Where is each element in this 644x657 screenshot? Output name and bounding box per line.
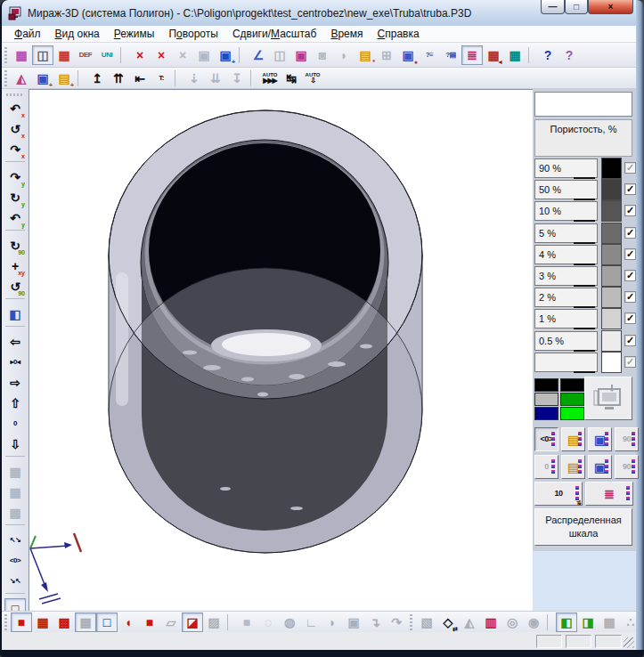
- open-add-icon[interactable]: ▤+: [53, 69, 75, 88]
- porosity-color-swatch[interactable]: [601, 223, 622, 244]
- help-icon[interactable]: ?: [537, 45, 558, 65]
- open-results-icon[interactable]: ▤*: [355, 45, 376, 65]
- menu-help[interactable]: Справка: [371, 27, 427, 41]
- menu-shift-scale[interactable]: Сдвиги/Масштаб: [225, 27, 324, 41]
- mesh-cube-icon[interactable]: ▦: [32, 612, 53, 632]
- palette-swatch[interactable]: [560, 393, 584, 406]
- iso-view-icon[interactable]: ◧: [4, 304, 26, 324]
- zoom-out-icon[interactable]: ↘↖: [4, 571, 26, 591]
- scale-auto-range-button[interactable]: <0>: [534, 427, 558, 451]
- cube-results-icon[interactable]: ▦: [53, 45, 75, 65]
- rotate-x-ccw-icon[interactable]: ↷x: [4, 139, 26, 159]
- rotate-model-icon[interactable]: ◇⇄: [437, 612, 459, 632]
- porosity-color-swatch[interactable]: [601, 287, 622, 308]
- delete-point-icon[interactable]: ×: [129, 45, 151, 65]
- pan-center-h-icon[interactable]: ▸0◂: [4, 352, 26, 372]
- pan-right-icon[interactable]: ⇨: [4, 372, 26, 393]
- porosity-visibility-checkbox[interactable]: ✓: [624, 183, 636, 195]
- save-colors-icon[interactable]: ▣: [290, 45, 312, 65]
- levels-count-button[interactable]: 10⇅: [534, 482, 583, 506]
- zoom-reset-icon[interactable]: <0>: [4, 550, 26, 571]
- close-button[interactable]: ×: [588, 0, 633, 14]
- green-stack-icon[interactable]: ◨: [577, 612, 599, 632]
- calculator-icon[interactable]: ▦: [504, 45, 526, 65]
- query-table-icon[interactable]: ?≡: [419, 45, 440, 65]
- zoom-in-icon[interactable]: ↖↘: [4, 530, 26, 550]
- palette-grid-icon[interactable]: ▦◄: [483, 45, 504, 65]
- porosity-color-swatch[interactable]: [601, 179, 622, 200]
- wireframe-cube-icon[interactable]: □: [96, 612, 118, 632]
- palette-swatch[interactable]: [534, 393, 558, 406]
- palette-swatch[interactable]: [534, 407, 558, 420]
- rotate-free-icon[interactable]: +xy: [4, 256, 26, 276]
- rotate-90-ccw-icon[interactable]: ↺90: [4, 276, 26, 296]
- solid-cube-icon[interactable]: ■: [11, 612, 32, 632]
- scale-save-button[interactable]: ▣: [588, 427, 612, 451]
- toolbar-grip[interactable]: [410, 614, 412, 630]
- query-doc-icon[interactable]: ?▤: [440, 45, 461, 65]
- points-cube-icon[interactable]: ▩: [53, 612, 75, 632]
- green-cube-icon[interactable]: ◧: [556, 612, 577, 632]
- help-book-icon[interactable]: ?: [558, 45, 580, 65]
- porosity-level-button[interactable]: 3 %: [534, 266, 598, 286]
- auto-step-icon[interactable]: AUTO⇩: [302, 69, 323, 88]
- porosity-level-button[interactable]: 90 %: [534, 158, 598, 178]
- porosity-visibility-checkbox[interactable]: ✓: [624, 270, 636, 281]
- porosity-visibility-checkbox[interactable]: ✓: [624, 227, 636, 239]
- porosity-color-swatch[interactable]: [601, 352, 622, 373]
- def-view-icon[interactable]: DEF: [75, 45, 96, 65]
- pan-center-v-icon[interactable]: 0: [4, 413, 26, 434]
- rotate-y-minus-icon[interactable]: ↶y: [4, 207, 26, 228]
- resize-grip[interactable]: [624, 637, 634, 648]
- rotate-y-zero-icon[interactable]: ↻y: [4, 187, 26, 207]
- porosity-color-swatch[interactable]: [601, 244, 622, 265]
- rotate-x-cw-icon[interactable]: ↶x: [4, 98, 26, 118]
- menu-time[interactable]: Время: [323, 27, 370, 41]
- menu-window-view[interactable]: Вид окна: [48, 27, 107, 41]
- palette-save-button[interactable]: ▣: [588, 455, 612, 479]
- porosity-visibility-checkbox[interactable]: ✓: [624, 335, 636, 346]
- time-list-icon[interactable]: T:: [151, 69, 172, 88]
- porosity-level-button[interactable]: 50 %: [534, 180, 598, 199]
- porosity-color-swatch[interactable]: [601, 200, 622, 222]
- porosity-visibility-checkbox[interactable]: ✓: [624, 312, 636, 324]
- viewport-canvas[interactable]: [29, 90, 534, 612]
- rotate-y-plus-icon[interactable]: ↷y: [4, 166, 26, 187]
- menu-file[interactable]: Файл: [7, 27, 48, 41]
- toolbar-grip[interactable]: [4, 47, 7, 63]
- uni-view-icon[interactable]: UNI: [96, 45, 118, 65]
- half-section-icon[interactable]: ◖: [118, 612, 139, 632]
- scale-value-input[interactable]: [534, 92, 632, 117]
- pan-down-icon[interactable]: ⇩: [4, 434, 26, 454]
- maximize-button[interactable]: □: [565, 0, 588, 14]
- scene-view-icon[interactable]: ▦: [11, 45, 32, 65]
- save-add-icon[interactable]: ▣+: [32, 69, 53, 88]
- save-new-icon[interactable]: ▣+: [215, 45, 236, 65]
- palette-open-button[interactable]: ▤: [561, 455, 585, 479]
- step-back-icon[interactable]: ⇤: [129, 69, 151, 88]
- porosity-level-button[interactable]: 5 %: [534, 223, 598, 243]
- palette-swatch[interactable]: [560, 378, 584, 392]
- palette-swatch[interactable]: [534, 378, 558, 392]
- cube-view-icon[interactable]: ◫: [32, 45, 53, 65]
- menu-rotations[interactable]: Повороты: [161, 27, 224, 41]
- auto-play-icon[interactable]: AUTO▶▶▶: [259, 69, 281, 88]
- porosity-color-swatch[interactable]: [601, 158, 622, 179]
- template-red-icon[interactable]: ▥: [480, 612, 501, 632]
- legend-list-icon[interactable]: ≣: [461, 45, 483, 65]
- corner-cut-cube-icon[interactable]: ◪: [182, 612, 203, 632]
- toolbar-grip[interactable]: [4, 70, 7, 86]
- porosity-level-button[interactable]: 10 %: [534, 201, 598, 221]
- palette-swatch[interactable]: [560, 407, 584, 420]
- axis-tool-icon[interactable]: ◭: [11, 69, 32, 88]
- rotate-90-cw-icon[interactable]: ↻90: [4, 235, 26, 256]
- rotate-x-zero-icon[interactable]: ↺x: [4, 118, 26, 139]
- minimize-button[interactable]: —: [541, 0, 565, 14]
- distributed-scale-button[interactable]: Распределенная шкала: [534, 508, 632, 546]
- menu-modes[interactable]: Режимы: [107, 27, 162, 41]
- fit-range-icon[interactable]: ↹: [281, 69, 302, 88]
- pan-up-icon[interactable]: ⇧: [4, 393, 26, 413]
- full-cube-icon[interactable]: ■: [139, 612, 160, 632]
- save-camera-icon[interactable]: ▣●: [397, 45, 419, 65]
- porosity-visibility-checkbox[interactable]: ✓: [624, 205, 636, 216]
